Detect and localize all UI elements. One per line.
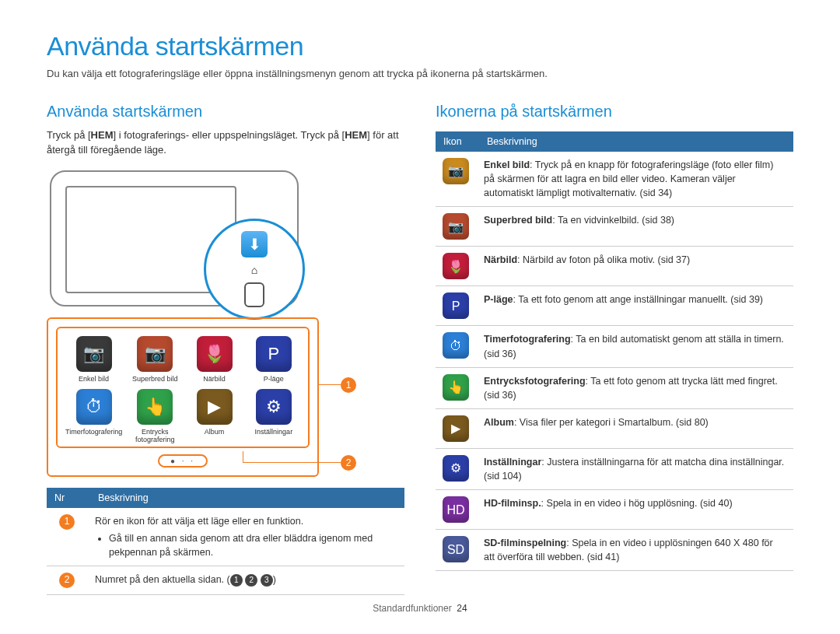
homescreen-icon: 👆Entrycks fotografering xyxy=(128,389,181,443)
mode-icon: HD xyxy=(443,496,469,523)
mode-icon: ▶ xyxy=(197,389,233,425)
mode-desc: : Ta ett foto genom att ange inställning… xyxy=(513,294,763,305)
mode-icon: P xyxy=(256,336,292,372)
mode-icon: ⚙ xyxy=(256,389,292,425)
mode-desc: : Visa filer per kategori i Smartalbum. … xyxy=(514,417,709,428)
mode-desc: : Närbild av foton på olika motiv. (sid … xyxy=(517,254,690,265)
mode-name: P-läge xyxy=(484,294,513,305)
mode-icon: SD xyxy=(443,536,469,562)
mode-name: Timerfotografering xyxy=(484,334,571,345)
mode-icon: 📷 xyxy=(443,158,469,184)
mode-name: Inställningar xyxy=(484,457,541,468)
hem-key: HEM xyxy=(91,129,114,141)
page-footer: Standardfunktioner 24 xyxy=(0,603,840,614)
homescreen-icon: 🌷Närbild xyxy=(187,336,240,383)
mode-label: Inställningar xyxy=(247,428,300,436)
mode-label: Närbild xyxy=(187,375,240,383)
table-row: 👆Entrycksfotografering: Ta ett foto geno… xyxy=(436,367,793,408)
table-row: 1 Rör en ikon för att välja ett läge ell… xyxy=(47,508,404,566)
homescreen-icon: ▶Album xyxy=(187,389,240,443)
homescreen-icon: ⚙Inställningar xyxy=(247,389,300,443)
left-heading: Använda startskärmen xyxy=(47,103,404,121)
mode-icon: 📷 xyxy=(76,336,112,372)
mode-icon: 👆 xyxy=(137,389,173,425)
mode-name: Album xyxy=(484,417,514,428)
mode-icon: ⚙ xyxy=(443,455,469,482)
mode-icon: P xyxy=(443,292,469,319)
footer-page-number: 24 xyxy=(457,603,467,614)
mode-name: SD-filminspelning xyxy=(484,538,566,548)
page-intro: Du kan välja ett fotograferingsläge elle… xyxy=(47,68,793,79)
mode-icon: 📷 xyxy=(443,213,469,240)
icon-desc-table: Ikon Beskrivning 📷Enkel bild: Tryck på e… xyxy=(436,131,793,571)
table-row: PP-läge: Ta ett foto genom att ange inst… xyxy=(436,286,793,326)
page-badge-2: 2 xyxy=(245,574,257,587)
row-badge-1: 1 xyxy=(59,514,75,530)
page-badge-3: 3 xyxy=(261,574,273,587)
row-badge-2: 2 xyxy=(59,573,75,588)
th-beskrivning: Beskrivning xyxy=(479,131,793,152)
mode-icon: 🌷 xyxy=(443,253,469,279)
table-row: SDSD-filminspelning: Spela in en video i… xyxy=(436,530,793,571)
callout-table: Nr Beskrivning 1 Rör en ikon för att väl… xyxy=(47,488,404,595)
row-bullet: Gå till en annan sida genom att dra elle… xyxy=(109,531,397,559)
row-text: Rör en ikon för att välja ett läge eller… xyxy=(95,516,303,527)
table-row: ▶Album: Visa filer per kategori i Smarta… xyxy=(436,408,793,448)
mode-name: Superbred bild xyxy=(484,215,552,226)
homescreen-icon: 📷Enkel bild xyxy=(65,336,122,383)
callout-2-badge: 2 xyxy=(341,455,356,471)
page-title: Använda startskärmen xyxy=(47,31,793,61)
home-button-callout: ⬇ ⌂ xyxy=(204,219,305,320)
mode-desc: : Spela in en video i hög upplösning. (s… xyxy=(541,498,733,509)
homescreen-icon: ⏱Timerfotografering xyxy=(65,389,122,443)
row-text: ) xyxy=(273,574,276,585)
th-ikon: Ikon xyxy=(436,131,479,152)
left-paragraph: Tryck på [HEM] i fotograferings- eller u… xyxy=(47,128,404,158)
mode-icon: ⏱ xyxy=(443,332,469,359)
mode-icon: ▶ xyxy=(443,415,469,442)
mode-label: Enkel bild xyxy=(65,375,122,383)
page-indicator: ● · · xyxy=(158,454,208,468)
mode-icon: 👆 xyxy=(443,374,469,401)
callout-1-badge: 1 xyxy=(341,377,356,393)
mode-name: Enkel bild xyxy=(484,159,530,170)
mode-label: P-läge xyxy=(247,375,300,383)
table-row: ⚙Inställningar: Justera inställningarna … xyxy=(436,448,793,489)
table-row: 📷Enkel bild: Tryck på en knapp för fotog… xyxy=(436,152,793,207)
mode-name: Närbild xyxy=(484,254,517,265)
mode-name: HD-filminsp. xyxy=(484,498,541,509)
hem-key: HEM xyxy=(345,129,367,141)
mode-icon: ⏱ xyxy=(76,389,112,425)
row-text: Numret på den aktuella sidan. ( xyxy=(95,574,230,585)
table-row: 🌷Närbild: Närbild av foton på olika moti… xyxy=(436,247,793,286)
table-row: HDHD-filminsp.: Spela in en video i hög … xyxy=(436,490,793,530)
text: ] i fotograferings- eller uppspelningslä… xyxy=(113,129,345,141)
mode-desc: : Ta en vidvinkelbild. (sid 38) xyxy=(552,215,674,226)
table-row: ⏱Timerfotografering: Ta en bild automati… xyxy=(436,326,793,367)
mode-label: Entrycks fotografering xyxy=(128,428,181,443)
footer-section: Standardfunktioner xyxy=(373,603,451,614)
mode-icon: 📷 xyxy=(137,336,173,372)
homescreen-icon: 📷Superbred bild xyxy=(128,336,181,383)
th-beskrivning: Beskrivning xyxy=(90,488,404,508)
homescreen-grid-panel: 📷Enkel bild📷Superbred bild🌷NärbildPP-läg… xyxy=(47,317,319,477)
home-icon: ⌂ xyxy=(251,264,257,276)
th-nr: Nr xyxy=(47,488,90,508)
mode-label: Superbred bild xyxy=(128,375,181,383)
table-row: 2 Numret på den aktuella sidan. (1 2 3) xyxy=(47,566,404,595)
arrow-down-icon: ⬇ xyxy=(241,231,268,257)
mode-icon: 🌷 xyxy=(197,336,233,372)
mode-name: Entrycksfotografering xyxy=(484,376,586,387)
home-hardware-button xyxy=(244,282,264,307)
page-badge-1: 1 xyxy=(230,574,243,587)
homescreen-icon: PP-läge xyxy=(247,336,300,383)
text: Tryck på [ xyxy=(47,129,91,141)
mode-label: Album xyxy=(187,428,240,436)
table-row: 📷Superbred bild: Ta en vidvinkelbild. (s… xyxy=(436,207,793,247)
right-heading: Ikonerna på startskärmen xyxy=(436,103,793,121)
camera-illustration: ⬇ ⌂ xyxy=(50,170,299,306)
mode-label: Timerfotografering xyxy=(65,428,122,436)
